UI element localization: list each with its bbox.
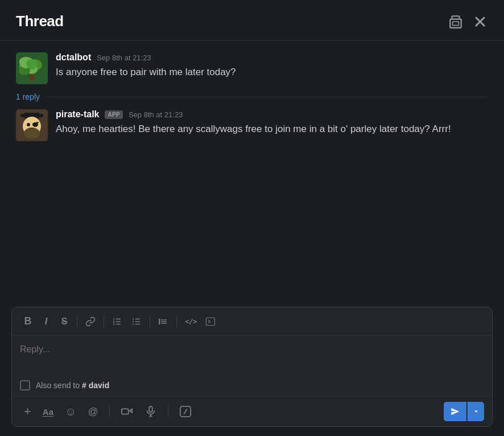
svg-rect-1 — [453, 22, 459, 26]
svg-rect-37 — [122, 409, 129, 414]
bottom-separator — [109, 405, 110, 418]
svg-point-28 — [133, 323, 134, 324]
message-content: pirate-talk APP Sep 8th at 21:23 Ahoy, m… — [56, 109, 488, 141]
channel-hash: # — [82, 381, 86, 390]
composer: B I S 1 2 3 — [11, 307, 493, 427]
code-button[interactable]: </> — [181, 315, 200, 328]
thread-title: Thread — [16, 13, 64, 30]
channel-name: david — [89, 381, 110, 390]
composer-toolbar: B I S 1 2 3 — [12, 307, 492, 336]
thread-header: Thread — [0, 0, 504, 41]
unordered-list-button[interactable] — [128, 314, 145, 329]
svg-line-34 — [209, 320, 211, 321]
message-timestamp: Sep 8th at 21:23 — [97, 54, 151, 62]
plus-button[interactable]: + — [20, 401, 35, 422]
also-send-label: Also send to # david — [36, 381, 109, 390]
reply-line — [48, 97, 488, 97]
close-icon[interactable] — [472, 14, 488, 30]
message-content: dctalbot Sep 8th at 21:23 Is anyone free… — [56, 52, 488, 84]
svg-line-35 — [209, 322, 211, 323]
copy-link-icon[interactable] — [448, 14, 463, 29]
message-header: pirate-talk APP Sep 8th at 21:23 — [56, 109, 488, 120]
svg-rect-0 — [450, 19, 461, 27]
toolbar-separator — [150, 316, 150, 327]
mention-button[interactable]: @ — [84, 403, 102, 421]
also-send-checkbox[interactable] — [20, 380, 30, 390]
avatar — [16, 52, 48, 84]
svg-line-42 — [184, 409, 187, 414]
bottom-separator — [168, 405, 168, 418]
strikethrough-button[interactable]: S — [56, 314, 72, 329]
send-area — [444, 402, 484, 421]
message-text: Is anyone free to pair with me later tod… — [56, 65, 488, 80]
svg-point-12 — [24, 127, 40, 139]
toolbar-separator — [104, 316, 104, 327]
svg-text:3: 3 — [113, 322, 115, 326]
svg-point-26 — [133, 318, 134, 319]
link-button[interactable] — [82, 314, 99, 329]
message-header: dctalbot Sep 8th at 21:23 — [56, 52, 488, 63]
svg-point-7 — [19, 66, 30, 75]
emoji-button[interactable]: ☺ — [61, 402, 80, 421]
send-dropdown-button[interactable] — [468, 402, 484, 421]
mic-button[interactable] — [141, 402, 161, 421]
svg-point-27 — [133, 320, 134, 322]
header-icons — [448, 14, 488, 30]
message-timestamp: Sep 8th at 21:23 — [129, 110, 183, 119]
bold-button[interactable]: B — [20, 313, 36, 330]
ordered-list-button[interactable]: 1 2 3 — [109, 314, 126, 329]
message-text: Ahoy, me hearties! Be there any scallywa… — [56, 122, 488, 137]
reply-input[interactable] — [12, 336, 492, 375]
message-row: pirate-talk APP Sep 8th at 21:23 Ahoy, m… — [16, 109, 488, 141]
message-author: dctalbot — [56, 52, 91, 63]
messages-area: dctalbot Sep 8th at 21:23 Is anyone free… — [0, 41, 504, 299]
composer-container: B I S 1 2 3 — [0, 299, 504, 436]
app-badge: APP — [105, 110, 122, 119]
slash-command-button[interactable] — [175, 402, 196, 421]
message-author: pirate-talk — [56, 109, 99, 120]
svg-rect-38 — [149, 406, 152, 412]
text-format-button[interactable]: Aa — [39, 404, 57, 419]
italic-button[interactable]: I — [38, 314, 54, 330]
code-block-button[interactable] — [202, 314, 219, 329]
composer-bottom-bar: + Aa ☺ @ — [12, 396, 492, 426]
toolbar-separator — [77, 316, 77, 327]
svg-point-13 — [27, 123, 30, 126]
video-button[interactable] — [117, 402, 137, 421]
blockquote-button[interactable] — [155, 314, 172, 329]
toolbar-separator — [176, 316, 177, 327]
svg-rect-6 — [30, 74, 34, 81]
also-send-row: Also send to # david — [12, 377, 492, 396]
reply-count: 1 reply — [16, 92, 40, 101]
message-row: dctalbot Sep 8th at 21:23 Is anyone free… — [16, 52, 488, 84]
reply-divider[interactable]: 1 reply — [16, 92, 488, 101]
thread-panel: Thread — [0, 0, 504, 436]
send-button[interactable] — [444, 402, 466, 421]
avatar — [16, 109, 48, 141]
